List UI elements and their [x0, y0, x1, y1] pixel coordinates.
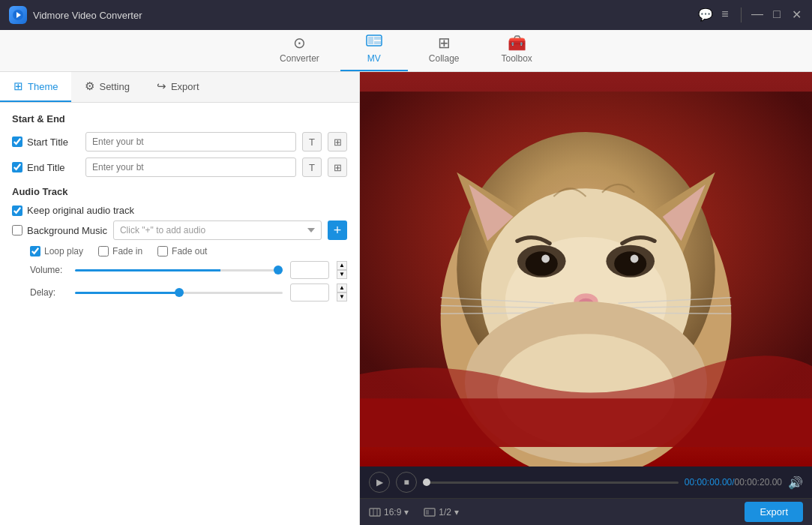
add-audio-button[interactable]: + — [328, 220, 347, 240]
video-preview — [360, 72, 812, 466]
start-title-checkbox[interactable] — [12, 136, 22, 147]
progress-dot — [423, 478, 430, 486]
converter-icon: ⊙ — [293, 34, 306, 52]
time-current: 00:00:00.00 — [685, 477, 732, 488]
right-panel: ▶ ■ 00:00:00.00/00:00:20.00 🔊 16:9 ▾ 1/2… — [360, 72, 812, 525]
stop-button[interactable]: ■ — [396, 472, 417, 493]
volume-slider[interactable] — [75, 269, 283, 272]
fade-out-text: Fade out — [172, 246, 207, 256]
nav-collage-label: Collage — [429, 53, 460, 64]
time-total: 00:00:20.00 — [735, 477, 782, 488]
toolbox-icon: 🧰 — [508, 34, 526, 52]
setting-tab-icon: ⚙ — [85, 80, 94, 93]
svg-point-21 — [631, 255, 639, 263]
audio-select[interactable]: Click "+" to add audio — [113, 220, 322, 240]
export-tab-icon: ↪ — [157, 80, 166, 93]
fade-out-label[interactable]: Fade out — [157, 246, 207, 256]
titlebar: Vidmore Video Converter 💬 ≡ — □ ✕ — [0, 0, 812, 30]
volume-value[interactable]: 100 — [290, 261, 329, 279]
nav-converter-label: Converter — [280, 53, 319, 64]
theme-tab-icon: ⊞ — [13, 80, 23, 93]
cat-image — [360, 72, 812, 466]
end-title-font-btn[interactable]: T — [302, 158, 322, 177]
delay-slider[interactable] — [75, 292, 283, 294]
nav-toolbox[interactable]: 🧰 Toolbox — [481, 28, 553, 71]
quality-select[interactable]: 1/2 ▾ — [424, 507, 459, 518]
end-title-grid-btn[interactable]: ⊞ — [328, 158, 347, 177]
nav-mv[interactable]: MV — [340, 28, 408, 71]
maximize-button[interactable]: □ — [770, 8, 784, 21]
svg-rect-4 — [374, 37, 381, 40]
nav-collage[interactable]: ⊞ Collage — [408, 28, 481, 71]
menu-button[interactable]: ≡ — [718, 8, 732, 21]
volume-up[interactable]: ▲ — [337, 261, 347, 270]
start-title-label: Start Title — [27, 136, 68, 148]
bg-music-checkbox-label[interactable]: Background Music — [12, 225, 107, 236]
keep-original-label[interactable]: Keep original audio track — [12, 205, 134, 216]
end-title-input[interactable] — [85, 158, 296, 177]
start-title-font-btn[interactable]: T — [302, 132, 322, 152]
quality-value: 1/2 — [439, 507, 451, 518]
tab-setting[interactable]: ⚙ Setting — [71, 72, 142, 102]
audio-divider: Audio Track — [12, 186, 347, 197]
svg-rect-5 — [374, 41, 381, 44]
end-title-checkbox[interactable] — [12, 162, 22, 172]
end-title-checkbox-label[interactable]: End Title — [12, 162, 79, 173]
start-title-grid-btn[interactable]: ⊞ — [328, 132, 347, 152]
nav-converter[interactable]: ⊙ Converter — [259, 28, 340, 71]
svg-point-18 — [526, 251, 558, 275]
collage-icon: ⊞ — [438, 34, 451, 52]
end-title-label: End Title — [27, 162, 65, 173]
keep-original-row: Keep original audio track — [12, 205, 347, 216]
start-title-input[interactable] — [85, 132, 296, 152]
fade-out-checkbox[interactable] — [157, 246, 168, 256]
delay-value[interactable]: 0.0 — [290, 284, 329, 302]
volume-down[interactable]: ▼ — [337, 270, 347, 279]
app-icon — [9, 6, 27, 24]
tab-setting-label: Setting — [99, 81, 129, 92]
bg-music-checkbox[interactable] — [12, 225, 22, 236]
loop-play-label[interactable]: Loop play — [30, 246, 83, 256]
start-title-row: Start Title T ⊞ — [12, 132, 347, 152]
loop-play-text: Loop play — [44, 246, 83, 256]
loop-play-checkbox[interactable] — [30, 246, 40, 256]
delay-label: Delay: — [30, 287, 67, 298]
svg-rect-33 — [370, 508, 380, 516]
fade-in-text: Fade in — [112, 246, 142, 256]
volume-button[interactable]: 🔊 — [788, 476, 803, 490]
main-content: ⊞ Theme ⚙ Setting ↪ Export Start & End S… — [0, 72, 812, 525]
tab-export[interactable]: ↪ Export — [143, 72, 213, 102]
panel-tabs: ⊞ Theme ⚙ Setting ↪ Export — [0, 72, 359, 103]
svg-rect-3 — [368, 37, 373, 44]
navbar: ⊙ Converter MV ⊞ Collage 🧰 Toolbox — [0, 30, 812, 72]
keep-original-text: Keep original audio track — [27, 205, 134, 216]
close-button[interactable]: ✕ — [790, 8, 803, 21]
ratio-icon — [369, 508, 381, 517]
fade-in-label[interactable]: Fade in — [98, 246, 142, 256]
tab-export-label: Export — [171, 81, 199, 92]
divider — [741, 8, 742, 22]
audio-track-title: Audio Track — [12, 186, 347, 197]
delay-up[interactable]: ▲ — [337, 284, 347, 292]
tab-theme-label: Theme — [28, 81, 58, 92]
keep-original-checkbox[interactable] — [12, 206, 22, 216]
svg-rect-37 — [426, 510, 429, 514]
svg-point-20 — [541, 255, 550, 263]
chat-button[interactable]: 💬 — [699, 8, 712, 21]
volume-label: Volume: — [30, 265, 67, 275]
fade-in-checkbox[interactable] — [98, 246, 109, 256]
delay-down[interactable]: ▼ — [337, 292, 347, 302]
audio-options-row: Loop play Fade in Fade out — [30, 246, 347, 256]
delay-row: Delay: 0.0 ▲ ▼ — [30, 284, 347, 302]
minimize-button[interactable]: — — [751, 8, 764, 21]
tab-theme[interactable]: ⊞ Theme — [0, 72, 71, 102]
export-button[interactable]: Export — [745, 502, 803, 522]
playback-controls: ▶ ■ 00:00:00.00/00:00:20.00 🔊 — [360, 466, 812, 498]
volume-row: Volume: 100 ▲ ▼ — [30, 261, 347, 279]
progress-bar[interactable] — [423, 482, 679, 484]
play-button[interactable]: ▶ — [369, 472, 390, 493]
panel-content: Start & End Start Title T ⊞ End Title T — [0, 103, 359, 525]
start-title-checkbox-label[interactable]: Start Title — [12, 136, 79, 148]
ratio-value: 16:9 — [384, 507, 401, 518]
ratio-select[interactable]: 16:9 ▾ — [369, 507, 409, 518]
